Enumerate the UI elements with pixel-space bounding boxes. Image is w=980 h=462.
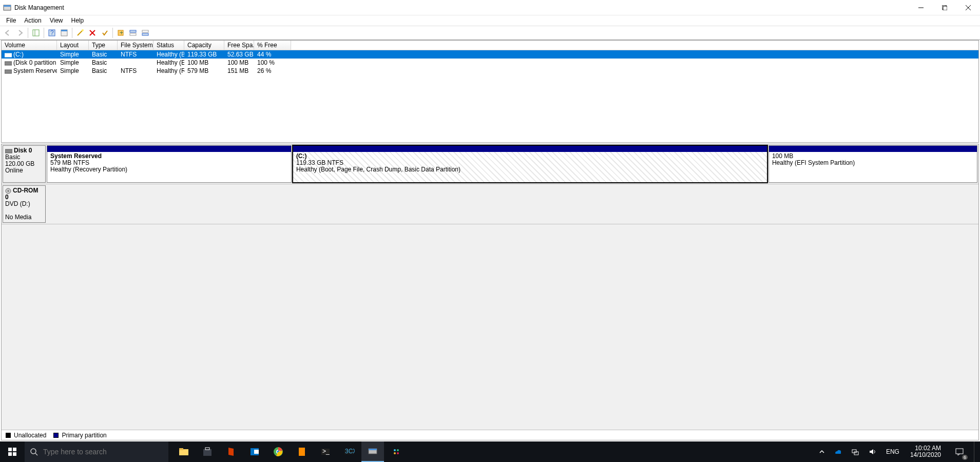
partition-size: 579 MB NTFS — [50, 159, 89, 166]
taskbar-app-slack[interactable] — [385, 441, 408, 462]
tray-action-center[interactable]: 6 — [949, 441, 970, 462]
menu-help[interactable]: Help — [67, 16, 88, 25]
taskbar-app-office[interactable] — [220, 441, 242, 462]
svg-rect-31 — [13, 452, 16, 456]
properties-button[interactable] — [99, 27, 110, 38]
disk-state: No Media — [5, 214, 31, 221]
taskbar-app-chrome[interactable] — [267, 441, 290, 462]
settings-button[interactable]: + — [115, 27, 126, 38]
view-top-button[interactable] — [127, 27, 139, 38]
col-filesystem[interactable]: File System — [118, 41, 153, 50]
wizard-button[interactable] — [74, 27, 86, 38]
volume-name: System Reserved — [13, 67, 57, 74]
col-free-space[interactable]: Free Spa... — [224, 41, 254, 50]
legend-swatch-unallocated — [6, 433, 11, 438]
disk-state: Online — [5, 167, 23, 174]
help-button[interactable]: ? — [46, 27, 57, 38]
svg-rect-20 — [142, 30, 148, 32]
volume-status: Healthy (B... — [153, 51, 184, 58]
partition[interactable]: (C:)119.33 GB NTFSHealthy (Boot, Page Fi… — [293, 145, 767, 183]
svg-rect-19 — [130, 33, 136, 35]
partition-size: 100 MB — [772, 152, 793, 160]
search-input[interactable] — [43, 448, 163, 456]
svg-text:+: + — [120, 29, 123, 36]
disk-label: Disk 0 — [14, 147, 32, 154]
svg-rect-56 — [956, 449, 963, 454]
delete-button[interactable] — [87, 27, 98, 38]
col-type[interactable]: Type — [89, 41, 118, 50]
disk-row: Disk 0Basic120.00 GBOnlineSystem Reserve… — [2, 144, 978, 184]
show-hide-console-tree-button[interactable] — [30, 27, 42, 38]
svg-rect-39 — [254, 450, 259, 454]
volume-name: (C:) — [13, 51, 24, 58]
col-layout[interactable]: Layout — [57, 41, 89, 50]
svg-text:3CX: 3CX — [345, 448, 355, 455]
svg-point-52 — [394, 452, 396, 454]
taskbar-app-disk-management[interactable] — [361, 441, 384, 462]
disk-info[interactable]: CD-ROM 0DVD (D:)No Media — [3, 185, 46, 223]
partition-status: Healthy (Boot, Page File, Crash Dump, Ba… — [296, 166, 460, 173]
close-button[interactable] — [956, 0, 980, 15]
volume-row[interactable]: (Disk 0 partition 3)SimpleBasicHealthy (… — [2, 59, 978, 67]
menu-file[interactable]: File — [2, 16, 20, 25]
menu-view[interactable]: View — [46, 16, 67, 25]
volume-row[interactable]: System ReservedSimpleBasicNTFSHealthy (R… — [2, 67, 978, 75]
partition-title: System Reserved — [50, 152, 102, 160]
show-desktop-button[interactable] — [974, 441, 977, 462]
volume-row[interactable]: (C:)SimpleBasicNTFSHealthy (B...119.33 G… — [2, 50, 978, 59]
taskbar-app-store[interactable] — [196, 441, 219, 462]
partition-title: (C:) — [296, 152, 307, 160]
tray-clock[interactable]: 10:02 AM 14/10/2020 — [906, 445, 945, 458]
partition[interactable]: 100 MBHealthy (EFI System Partition) — [768, 145, 977, 183]
disk-info[interactable]: Disk 0Basic120.00 GBOnline — [3, 145, 46, 183]
volume-layout: Simple — [57, 51, 89, 58]
taskbar-app-3cx[interactable]: 3CX — [338, 441, 360, 462]
col-pct-free[interactable]: % Free — [254, 41, 291, 50]
taskbar-app-terminal[interactable]: >_ — [314, 441, 337, 462]
view-bottom-button[interactable] — [140, 27, 151, 38]
partition[interactable]: System Reserved579 MB NTFSHealthy (Recov… — [47, 145, 292, 183]
menu-action[interactable]: Action — [20, 16, 45, 25]
svg-text:>_: >_ — [322, 448, 330, 455]
tray-overflow-button[interactable] — [817, 441, 827, 462]
partition-size: 119.33 GB NTFS — [296, 159, 343, 166]
legend-swatch-primary — [53, 433, 59, 438]
tray-date: 14/10/2020 — [910, 452, 941, 458]
tray-onedrive-icon[interactable] — [831, 441, 844, 462]
taskbar-app-generic-orange[interactable] — [291, 441, 313, 462]
volume-fs: NTFS — [118, 51, 153, 58]
volume-layout: Simple — [57, 59, 89, 66]
volume-name: (Disk 0 partition 3) — [13, 59, 57, 66]
col-capacity[interactable]: Capacity — [184, 41, 224, 50]
back-button[interactable] — [2, 27, 13, 38]
svg-point-13 — [82, 29, 84, 31]
taskbar-search[interactable] — [25, 441, 168, 462]
svg-rect-43 — [299, 448, 305, 456]
svg-rect-7 — [33, 30, 39, 36]
col-volume[interactable]: Volume — [2, 41, 57, 50]
volume-type: Basic — [89, 59, 118, 66]
svg-rect-36 — [203, 449, 212, 456]
svg-rect-1 — [4, 5, 11, 7]
svg-rect-23 — [5, 62, 12, 65]
search-icon — [30, 448, 38, 456]
volume-layout: Simple — [57, 67, 89, 74]
taskbar-app-outlook[interactable] — [243, 441, 266, 462]
svg-rect-49 — [369, 449, 377, 450]
tray-network-icon[interactable] — [849, 441, 862, 462]
tray-volume-icon[interactable] — [866, 441, 879, 462]
minimize-button[interactable] — [909, 0, 933, 15]
start-button[interactable] — [0, 441, 25, 462]
maximize-button[interactable] — [933, 0, 956, 15]
menubar: File Action View Help — [0, 15, 980, 26]
taskbar-app-file-explorer[interactable] — [172, 441, 195, 462]
volume-free: 151 MB — [224, 67, 254, 74]
app-icon — [3, 4, 11, 12]
svg-rect-4 — [943, 6, 947, 10]
tray-language[interactable]: ENG — [883, 441, 902, 462]
col-status[interactable]: Status — [153, 41, 184, 50]
refresh-button[interactable] — [59, 27, 70, 38]
svg-rect-29 — [13, 448, 16, 451]
svg-point-51 — [397, 449, 399, 451]
forward-button[interactable] — [14, 27, 26, 38]
